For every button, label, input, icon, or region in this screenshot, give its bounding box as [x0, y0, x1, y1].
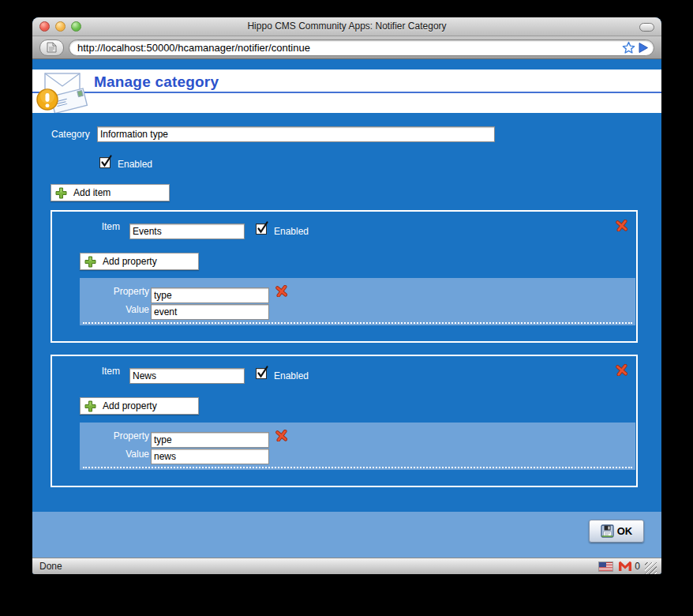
item-panel: Item Enabled Add proper — [51, 210, 638, 343]
item-name-input[interactable] — [129, 223, 245, 239]
item-name-input[interactable] — [129, 368, 245, 384]
item-enabled-checkbox[interactable] — [256, 223, 267, 235]
traffic-lights — [39, 21, 81, 32]
delete-property-icon[interactable] — [275, 285, 287, 297]
ok-button[interactable]: OK — [589, 520, 644, 543]
checkmark-icon — [100, 154, 114, 168]
delete-item-icon[interactable] — [616, 364, 627, 376]
add-property-button[interactable]: Add property — [80, 397, 199, 415]
delete-property-icon[interactable] — [275, 430, 287, 441]
item-label: Item — [76, 366, 120, 377]
url-input[interactable] — [77, 40, 620, 54]
item-enabled-label: Enabled — [274, 226, 309, 237]
property-name-input[interactable] — [151, 287, 269, 303]
category-enabled-label: Enabled — [118, 159, 152, 170]
title-bar: Hippo CMS Community Apps: Notifier Categ… — [32, 17, 661, 36]
item-panel: Item Enabled Add proper — [51, 355, 638, 487]
add-item-button[interactable]: Add item — [51, 184, 170, 201]
checkmark-icon — [257, 220, 270, 235]
minimize-window-button[interactable] — [55, 21, 66, 32]
flag-canton — [599, 562, 606, 567]
plus-icon — [84, 400, 96, 412]
go-arrow-icon[interactable] — [638, 42, 649, 54]
add-property-button[interactable]: Add property — [80, 253, 199, 270]
checkmark-icon — [257, 365, 270, 379]
value-label: Value — [96, 449, 149, 460]
property-value-input[interactable] — [151, 304, 269, 320]
page-icon — [47, 42, 57, 53]
browser-toolbar — [32, 36, 661, 59]
category-enabled-checkbox[interactable] — [99, 157, 111, 168]
status-text: Done — [39, 561, 62, 572]
footer-bar: OK — [32, 512, 661, 558]
page-header: Manage category — [32, 69, 661, 113]
plus-icon — [84, 256, 96, 268]
zoom-window-button[interactable] — [71, 21, 81, 32]
property-name-input[interactable] — [151, 432, 269, 448]
close-window-button[interactable] — [39, 21, 50, 32]
property-separator — [83, 322, 632, 324]
browser-window: Hippo CMS Community Apps: Notifier Categ… — [32, 17, 661, 574]
plus-icon — [55, 187, 67, 199]
address-bar[interactable] — [69, 39, 654, 56]
property-panel: Property Value — [80, 278, 635, 325]
item-enabled-checkbox[interactable] — [256, 368, 267, 379]
page-title: Manage category — [94, 73, 219, 91]
status-bar: Done 0 — [32, 558, 661, 574]
notifier-envelope-icon — [36, 70, 88, 113]
mail-count: 0 — [635, 561, 640, 572]
site-favicon-button[interactable] — [39, 39, 64, 56]
property-label: Property — [96, 430, 149, 441]
window-resize-grip[interactable] — [645, 562, 657, 574]
ok-button-label: OK — [617, 525, 633, 537]
form-area: Category Enabled Add item Item — [32, 113, 661, 512]
category-input[interactable] — [97, 126, 495, 142]
property-label: Property — [96, 286, 149, 297]
header-divider — [32, 92, 661, 93]
category-label: Category — [51, 129, 90, 140]
item-label: Item — [76, 221, 120, 232]
toolbar-toggle-button[interactable] — [639, 23, 654, 32]
add-property-label: Add property — [103, 256, 157, 267]
item-enabled-label: Enabled — [274, 370, 309, 381]
window-title: Hippo CMS Community Apps: Notifier Categ… — [32, 17, 661, 36]
property-panel: Property Value — [80, 423, 635, 470]
delete-item-icon[interactable] — [616, 220, 627, 231]
page-body: Manage category Category Enabled Add ite… — [32, 59, 661, 558]
property-separator — [83, 467, 632, 468]
us-flag-icon[interactable] — [598, 562, 613, 572]
save-floppy-icon — [601, 524, 614, 538]
add-property-label: Add property — [103, 400, 157, 411]
add-item-label: Add item — [73, 187, 111, 198]
property-value-input[interactable] — [151, 449, 269, 464]
gmail-notifier-icon[interactable] — [618, 561, 632, 572]
value-label: Value — [96, 304, 149, 315]
bookmark-star-icon[interactable] — [622, 41, 635, 54]
